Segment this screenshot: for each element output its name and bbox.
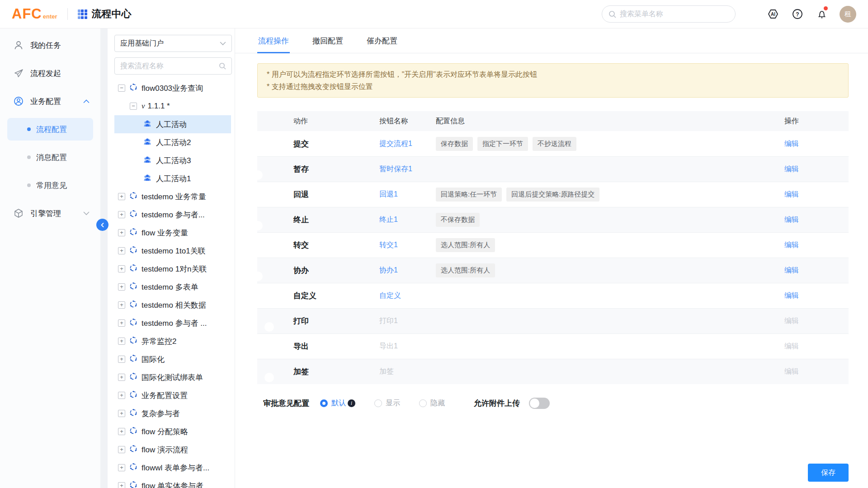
tree-node-process[interactable]: +flow 单实体参与者 xyxy=(114,477,231,488)
tree-node-activity[interactable]: 人工活动3 xyxy=(114,151,231,169)
button-name-link[interactable]: 暂时保存1 xyxy=(379,164,436,174)
tree-node-process[interactable]: +testdemo 1to1关联 xyxy=(114,242,231,260)
tree-node-process[interactable]: +testdemo 业务常量 xyxy=(114,188,231,206)
radio-label: 显示 xyxy=(386,399,400,408)
col-header-config-info: 配置信息 xyxy=(436,117,784,126)
tree-node-activity[interactable]: 人工活动1 xyxy=(114,169,231,188)
expand-node-icon[interactable]: + xyxy=(118,301,125,309)
expand-node-icon[interactable]: + xyxy=(118,410,125,417)
action-label: 转交 xyxy=(293,240,379,250)
tree-node-process[interactable]: +testdemo 1对n关联 xyxy=(114,260,231,278)
avatar[interactable]: 租 xyxy=(840,6,856,23)
button-name-link[interactable]: 加签 xyxy=(379,367,436,376)
info-icon[interactable]: i xyxy=(348,399,355,407)
tab-流程操作[interactable]: 流程操作 xyxy=(257,28,290,53)
sidebar-item-0[interactable]: 我的任务 xyxy=(0,31,100,59)
edit-link[interactable]: 编辑 xyxy=(784,139,849,149)
expand-node-icon[interactable]: + xyxy=(118,482,125,488)
expand-node-icon[interactable]: + xyxy=(118,265,125,272)
button-name-link[interactable]: 自定义 xyxy=(379,291,436,300)
tree-node-process[interactable]: +flow 演示流程 xyxy=(114,441,231,459)
notification-bell-icon[interactable] xyxy=(815,7,829,21)
tree-node-activity[interactable]: 人工活动 xyxy=(114,115,231,133)
notification-dot xyxy=(824,6,828,10)
radio-option-默认[interactable]: 默认i xyxy=(320,399,355,408)
brand-logo[interactable]: AFC enter xyxy=(12,6,57,22)
attachment-upload-toggle[interactable] xyxy=(529,398,550,409)
button-name-link[interactable]: 回退1 xyxy=(379,190,436,199)
menu-search-input[interactable] xyxy=(620,10,729,18)
tree-node-process[interactable]: +testdemo 参与者 ... xyxy=(114,314,231,332)
main-content: 流程操作撤回配置催办配置 * 用户可以为流程指定环节选择所需按钮，"开关启用"表… xyxy=(235,28,868,488)
tree-node-process[interactable]: +testdemo 多表单 xyxy=(114,278,231,296)
button-name-link[interactable]: 终止1 xyxy=(379,215,436,225)
expand-node-icon[interactable]: + xyxy=(118,247,125,254)
tree-node-process[interactable]: +flow 分配策略 xyxy=(114,422,231,441)
app-select[interactable]: 应用基础门户 xyxy=(114,35,232,52)
process-search-input[interactable] xyxy=(120,62,219,70)
save-button[interactable]: 保存 xyxy=(808,464,849,482)
expand-node-icon[interactable]: + xyxy=(118,193,125,200)
edit-link[interactable]: 编辑 xyxy=(784,164,849,174)
sidebar-subitem-label: 消息配置 xyxy=(36,152,67,163)
radio-option-隐藏[interactable]: 隐藏 xyxy=(419,399,445,408)
edit-link[interactable]: 编辑 xyxy=(784,266,849,275)
sidebar-subitem-消息配置[interactable]: 消息配置 xyxy=(0,143,100,171)
expand-node-icon[interactable]: + xyxy=(118,356,125,363)
radio-option-显示[interactable]: 显示 xyxy=(374,399,400,408)
sidebar-item-1[interactable]: 流程发起 xyxy=(0,59,100,87)
edit-link[interactable]: 编辑 xyxy=(784,291,849,300)
edit-link[interactable]: 编辑 xyxy=(784,215,849,225)
menu-search-box xyxy=(602,5,736,23)
tree-node-process[interactable]: +flowwl 表单参与者... xyxy=(114,459,231,477)
tab-label: 撤回配置 xyxy=(312,36,343,46)
expand-node-icon[interactable]: + xyxy=(118,338,125,345)
tree-node-process[interactable]: +国际化 xyxy=(114,350,231,368)
tree-node-process[interactable]: +flow 业务变量 xyxy=(114,224,231,242)
tab-催办配置[interactable]: 催办配置 xyxy=(366,28,398,53)
button-name-link[interactable]: 协办1 xyxy=(379,266,436,275)
sidebar-item-2[interactable]: 业务配置 xyxy=(0,87,100,115)
tree-node-label: flowwl 表单参与者... xyxy=(142,463,209,473)
tree-node-version[interactable]: −v1.1.1 * xyxy=(114,97,231,115)
sidebar-collapse-button[interactable] xyxy=(96,219,108,231)
tree-node-process[interactable]: +testdemo 相关数据 xyxy=(114,296,231,314)
tree-node-process[interactable]: +异常监控2 xyxy=(114,332,231,350)
button-name-link[interactable]: 提交流程1 xyxy=(379,139,436,149)
edit-link[interactable]: 编辑 xyxy=(784,240,849,250)
expand-node-icon[interactable]: + xyxy=(118,446,125,453)
expand-node-icon[interactable]: + xyxy=(118,374,125,381)
tree-node-process[interactable]: +业务配置设置 xyxy=(114,386,231,404)
edit-link[interactable]: 编辑 xyxy=(784,367,849,376)
apps-grid-icon[interactable] xyxy=(78,9,87,19)
app-select-value: 应用基础门户 xyxy=(120,39,164,48)
tree-node-process[interactable]: +国际化测试绑表单 xyxy=(114,368,231,386)
button-name-link[interactable]: 打印1 xyxy=(379,316,436,326)
expand-node-icon[interactable]: + xyxy=(118,464,125,471)
sidebar-item-3[interactable]: 引擎管理 xyxy=(0,199,100,227)
collapse-node-icon[interactable]: − xyxy=(130,103,137,110)
button-name-link[interactable]: 转交1 xyxy=(379,240,436,250)
tree-node-root[interactable]: −flow0303业务查询 xyxy=(114,79,231,97)
tree-node-process[interactable]: +testdemo 参与者... xyxy=(114,206,231,224)
table-row: 转交转交1选人范围:所有人编辑 xyxy=(257,232,849,258)
expand-node-icon[interactable]: + xyxy=(118,229,125,236)
help-icon[interactable]: ? xyxy=(791,7,804,21)
expand-node-icon[interactable]: + xyxy=(118,211,125,218)
tree-node-process[interactable]: +复杂参与者 xyxy=(114,404,231,422)
tab-撤回配置[interactable]: 撤回配置 xyxy=(311,28,344,53)
expand-node-icon[interactable]: + xyxy=(118,283,125,291)
expand-node-icon[interactable]: + xyxy=(118,319,125,327)
participants-icon xyxy=(143,138,151,145)
sidebar-subitem-常用意见[interactable]: 常用意见 xyxy=(0,171,100,199)
edit-link[interactable]: 编辑 xyxy=(784,342,849,351)
edit-link[interactable]: 编辑 xyxy=(784,316,849,326)
sidebar-subitem-流程配置[interactable]: 流程配置 xyxy=(0,115,100,143)
expand-node-icon[interactable]: + xyxy=(118,392,125,399)
tree-node-activity[interactable]: 人工活动2 xyxy=(114,133,231,151)
button-name-link[interactable]: 导出1 xyxy=(379,342,436,351)
expand-node-icon[interactable]: + xyxy=(118,428,125,435)
collapse-node-icon[interactable]: − xyxy=(118,84,125,92)
edit-link[interactable]: 编辑 xyxy=(784,190,849,199)
ai-assistant-icon[interactable]: AI xyxy=(766,7,780,21)
